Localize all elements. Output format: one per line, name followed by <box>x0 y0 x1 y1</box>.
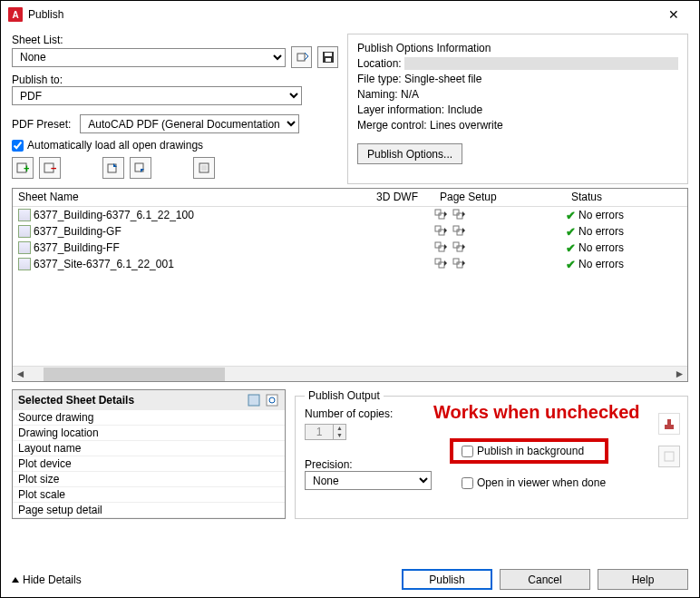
open-viewer-checkbox[interactable] <box>462 477 473 489</box>
svg-text:–: – <box>51 162 56 174</box>
svg-rect-25 <box>439 262 444 268</box>
svg-text:+: + <box>24 162 29 174</box>
svg-rect-23 <box>457 246 462 251</box>
publish-to-select[interactable]: PDF <box>12 86 302 105</box>
page-setup-icon <box>434 209 447 221</box>
details-item: Page setup detail <box>13 503 285 518</box>
publish-background-checkbox[interactable] <box>462 446 473 457</box>
sheet-icon <box>18 241 31 254</box>
copies-spinner: ▲▼ <box>305 424 346 440</box>
window-title: Publish <box>28 8 63 21</box>
pdf-preset-select[interactable]: AutoCAD PDF (General Documentation) <box>80 114 299 133</box>
naming-value: N/A <box>401 88 419 101</box>
page-setup-icon <box>434 258 447 270</box>
svg-rect-17 <box>439 230 444 235</box>
grid-hscrollbar[interactable]: ◄► <box>13 366 687 381</box>
details-item: Plot device <box>13 456 285 472</box>
svg-rect-18 <box>453 226 459 231</box>
publish-to-label: Publish to: <box>12 74 338 86</box>
status-text: No errors <box>578 225 624 238</box>
svg-rect-29 <box>267 395 277 406</box>
publish-options-button[interactable]: Publish Options... <box>357 143 462 164</box>
move-up-button[interactable] <box>102 157 124 179</box>
publish-button[interactable]: Publish <box>402 569 492 590</box>
status-text: No errors <box>578 209 624 221</box>
page-setup-icon <box>434 225 447 238</box>
table-row[interactable]: 6377_Site-6377_6.1_22_001✔No errors <box>13 256 687 272</box>
sheet-icon <box>18 225 31 238</box>
dropdown-icon[interactable] <box>452 258 465 270</box>
col-header-name[interactable]: Sheet Name <box>13 189 371 206</box>
auto-load-checkbox[interactable] <box>12 140 24 152</box>
svg-rect-20 <box>435 242 441 248</box>
dropdown-icon[interactable] <box>452 225 465 238</box>
app-icon: A <box>8 7 23 22</box>
layer-value: Include <box>447 103 482 116</box>
page-setup-icon <box>434 241 447 254</box>
add-sheets-button[interactable]: + <box>12 157 34 179</box>
layer-label: Layer information: <box>357 103 444 116</box>
svg-rect-28 <box>248 395 259 406</box>
col-header-status[interactable]: Status <box>566 189 675 206</box>
sheet-name: 6377_Building-6377_6.1_22_100 <box>34 209 194 221</box>
details-heading: Selected Sheet Details <box>18 394 134 407</box>
help-button[interactable]: Help <box>598 569 688 590</box>
status-ok-icon: ✔ <box>566 258 576 271</box>
annotation-text: Works when unchecked <box>433 402 639 423</box>
merge-value: Lines overwrite <box>430 119 503 132</box>
details-icon-preview[interactable] <box>265 393 279 407</box>
pdf-preset-label: PDF Preset: <box>12 118 71 131</box>
svg-rect-24 <box>435 259 441 264</box>
location-value-redacted <box>404 57 678 70</box>
open-viewer-label: Open in viewer when done <box>477 476 606 489</box>
details-icon-sheet <box>247 393 261 407</box>
svg-rect-14 <box>453 210 459 215</box>
svg-rect-15 <box>457 213 462 219</box>
table-row[interactable]: 6377_Building-6377_6.1_22_100✔No errors <box>13 207 687 223</box>
details-item: Plot scale <box>13 487 285 503</box>
copies-label: Number of copies: <box>305 407 393 420</box>
svg-rect-2 <box>325 53 332 56</box>
auto-load-label: Automatically load all open drawings <box>27 139 203 152</box>
location-label: Location: <box>357 57 402 70</box>
hide-details-toggle[interactable]: Hide Details <box>12 573 82 586</box>
sheet-icon <box>18 209 31 221</box>
status-ok-icon: ✔ <box>566 209 576 222</box>
plot-stamp-button[interactable] <box>658 413 680 435</box>
dropdown-icon[interactable] <box>452 209 465 221</box>
svg-rect-11 <box>201 165 207 171</box>
svg-rect-26 <box>453 259 459 264</box>
load-sheet-list-button[interactable] <box>291 46 312 68</box>
details-item: Drawing location <box>13 426 285 441</box>
table-row[interactable]: 6377_Building-GF✔No errors <box>13 223 687 240</box>
svg-rect-32 <box>667 419 671 425</box>
preview-button[interactable] <box>193 157 215 179</box>
precision-select[interactable]: None <box>305 471 432 490</box>
move-down-button[interactable] <box>130 157 151 179</box>
cancel-button[interactable]: Cancel <box>500 569 590 590</box>
remove-sheets-button[interactable]: – <box>39 157 61 179</box>
sheet-icon <box>18 258 31 270</box>
svg-rect-33 <box>665 452 674 461</box>
table-row[interactable]: 6377_Building-FF✔No errors <box>13 240 687 256</box>
sheet-grid[interactable]: Sheet Name 3D DWF Page Setup Status 6377… <box>12 188 688 382</box>
status-ok-icon: ✔ <box>566 241 576 255</box>
details-item: Layout name <box>13 441 285 456</box>
save-sheet-list-button[interactable] <box>317 46 338 68</box>
copies-value <box>306 425 333 439</box>
svg-rect-16 <box>435 226 441 231</box>
plot-stamp-settings-button <box>658 446 680 467</box>
close-button[interactable]: ✕ <box>656 1 692 28</box>
dropdown-icon[interactable] <box>452 241 465 254</box>
status-ok-icon: ✔ <box>566 225 576 239</box>
sheet-list-select[interactable]: None <box>12 48 286 67</box>
collapse-icon <box>12 577 19 583</box>
merge-label: Merge control: <box>357 119 427 132</box>
sheet-name: 6377_Building-GF <box>34 225 122 238</box>
svg-rect-31 <box>665 425 674 429</box>
filetype-value: Single-sheet file <box>404 73 481 85</box>
col-header-3ddwf[interactable]: 3D DWF <box>371 189 434 206</box>
status-text: No errors <box>578 258 624 270</box>
col-header-pagesetup[interactable]: Page Setup <box>434 189 566 206</box>
svg-rect-12 <box>435 210 441 215</box>
